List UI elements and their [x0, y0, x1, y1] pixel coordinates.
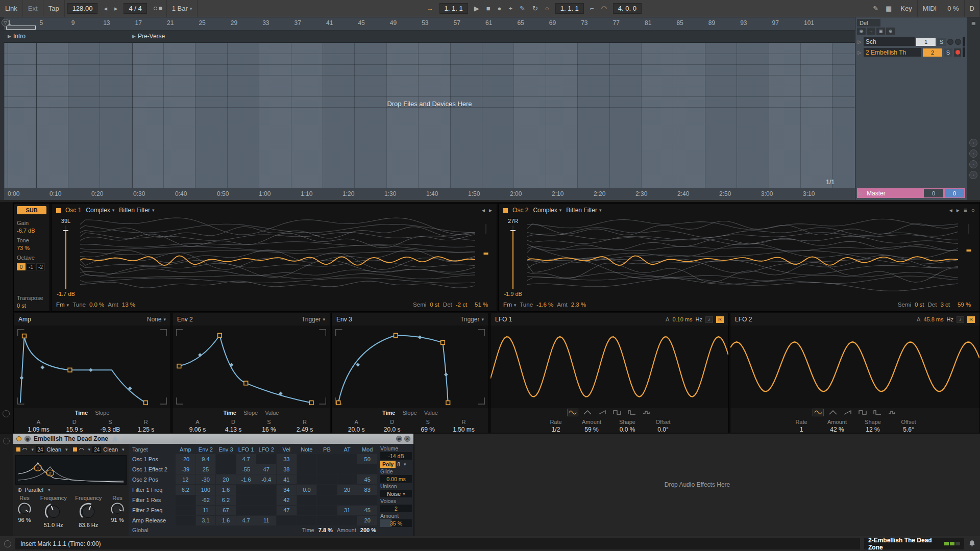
lfo1-display[interactable]: [491, 325, 728, 408]
matrix-cell[interactable]: [317, 495, 337, 505]
bar-ruler[interactable]: 1591317212529333741454953576165697377818…: [4, 17, 855, 31]
param[interactable]: R2.49 s: [294, 419, 315, 434]
bar-number[interactable]: 97: [772, 19, 779, 27]
random-shape-icon[interactable]: [887, 409, 897, 416]
matrix-cell[interactable]: [317, 516, 337, 525]
matrix-cell[interactable]: 4.7: [236, 454, 256, 464]
square-shape-icon[interactable]: [857, 409, 868, 416]
link-button[interactable]: Link: [0, 0, 23, 17]
param[interactable]: Rate1/2: [545, 419, 567, 434]
param[interactable]: Offset0.0°: [652, 419, 674, 434]
octave-0-button[interactable]: 0: [17, 263, 26, 270]
filter2-freq-knob[interactable]: [79, 502, 98, 521]
matrix-cell[interactable]: 1.6: [216, 516, 236, 525]
matrix-cell[interactable]: [236, 506, 256, 515]
matrix-cell[interactable]: 20: [216, 474, 236, 484]
env2-loop-mode-menu[interactable]: Trigger▾: [302, 316, 325, 323]
bar-number[interactable]: 73: [581, 19, 587, 27]
hotswap-icon[interactable]: ⇄: [396, 436, 402, 442]
sub-osc-button[interactable]: SUB: [17, 206, 46, 214]
osc-1-wavetable-menu[interactable]: Bitten Filter▾: [119, 207, 154, 214]
lfo2-display[interactable]: [730, 325, 979, 408]
bar-number[interactable]: 37: [295, 19, 301, 27]
matrix-cell[interactable]: [256, 454, 276, 464]
matrix-cell[interactable]: [256, 495, 276, 505]
square-shape-icon[interactable]: [612, 409, 622, 416]
det-value[interactable]: 3 ct: [940, 302, 950, 308]
lfo1-sync-icon[interactable]: ♪: [705, 316, 713, 323]
arr-grid[interactable]: Drop Files and Devices Here 1/1: [4, 43, 855, 188]
arm-button[interactable]: [954, 48, 961, 57]
bar-number[interactable]: 57: [454, 19, 460, 27]
param[interactable]: Shape12 %: [862, 419, 884, 434]
amp-env-display[interactable]: [14, 325, 170, 408]
matrix-cell[interactable]: -39: [176, 464, 195, 474]
bar-number[interactable]: 93: [740, 19, 747, 27]
midi-map-button[interactable]: MIDI: [918, 0, 942, 17]
tap-tempo-button[interactable]: Tap: [43, 0, 65, 17]
matrix-cell[interactable]: [317, 506, 337, 515]
prev-wavetable-icon[interactable]: ◂: [949, 207, 952, 214]
matrix-cell[interactable]: [317, 485, 337, 494]
bar-number[interactable]: 61: [485, 19, 492, 27]
panel-toggle-icon-1[interactable]: ◦: [969, 139, 977, 147]
amt-value[interactable]: 13 %: [122, 302, 135, 308]
arm-button[interactable]: [955, 39, 961, 45]
locator-marker[interactable]: ▶Intro: [8, 33, 26, 40]
tune-value[interactable]: 0.0 %: [89, 302, 104, 308]
saw-shape-icon[interactable]: [843, 409, 853, 416]
panel-toggle-icon-2[interactable]: ◦: [969, 149, 977, 158]
chain-scroll-icon[interactable]: [3, 438, 10, 444]
env2-display[interactable]: [173, 325, 330, 408]
matrix-cell[interactable]: [317, 464, 337, 474]
bar-number[interactable]: 89: [708, 19, 715, 27]
matrix-cell[interactable]: 1.6: [216, 485, 236, 494]
osc-1-mod-mode-menu[interactable]: Fm▾: [56, 302, 69, 308]
matrix-cell[interactable]: [297, 516, 317, 525]
osc-1-toggle[interactable]: [56, 208, 61, 213]
triangle-shape-icon[interactable]: [828, 409, 838, 416]
tab-value[interactable]: Value: [424, 410, 438, 416]
next-wavetable-icon[interactable]: ▸: [957, 207, 960, 214]
matrix-cell[interactable]: 33: [277, 454, 297, 464]
bar-number[interactable]: 77: [613, 19, 620, 27]
filter2-res-knob[interactable]: [110, 502, 125, 516]
poly-voices-value[interactable]: 8: [397, 461, 400, 467]
bar-number[interactable]: 9: [71, 19, 75, 27]
device-scroll-icon[interactable]: [3, 410, 10, 417]
close-device-icon[interactable]: ✕: [404, 436, 410, 442]
param[interactable]: Amount59 %: [581, 419, 602, 434]
osc-1-pan-value[interactable]: 39L: [61, 218, 70, 224]
osc-2-pan-value[interactable]: 27R: [508, 218, 518, 224]
matrix-cell[interactable]: [317, 454, 337, 464]
matrix-target[interactable]: Osc 1 Pos: [130, 454, 175, 464]
session-record-button[interactable]: ○: [542, 0, 553, 17]
matrix-cell[interactable]: [337, 516, 357, 525]
computer-midi-keyboard-icon[interactable]: ▦: [882, 0, 895, 17]
back-to-arrangement-button[interactable]: ▽: [2, 19, 9, 27]
zoom-icon[interactable]: ▣: [876, 28, 885, 35]
track-name[interactable]: Sch: [864, 37, 915, 46]
global-view-icon[interactable]: ○: [971, 207, 975, 214]
transpose-value[interactable]: 0 st: [17, 303, 46, 309]
matrix-cell[interactable]: 12: [176, 474, 195, 484]
sine-shape-icon[interactable]: [568, 409, 578, 416]
matrix-cell[interactable]: 6.2: [216, 495, 236, 505]
param[interactable]: A9.06 s: [187, 419, 208, 434]
param[interactable]: A1.09 ms: [28, 419, 50, 434]
lfo1-retrigger-button[interactable]: R: [716, 316, 724, 323]
semi-value[interactable]: 0 st: [430, 302, 439, 308]
draw-automation-icon[interactable]: ✎: [516, 0, 529, 17]
bar-number[interactable]: 49: [390, 19, 397, 27]
bar-number[interactable]: 81: [645, 19, 651, 27]
env3-display[interactable]: [332, 325, 488, 408]
freq1-value[interactable]: 51.0 Hz: [44, 522, 63, 529]
matrix-cell[interactable]: [337, 464, 357, 474]
master-value-1[interactable]: 0: [924, 189, 943, 197]
next-wavetable-icon[interactable]: ▸: [489, 207, 492, 214]
matrix-cell[interactable]: [297, 474, 317, 484]
device-activator-button[interactable]: [16, 436, 21, 441]
tab-time[interactable]: Time: [75, 410, 88, 416]
matrix-cell[interactable]: 4.7: [236, 516, 256, 525]
punch-in-icon[interactable]: ⌐: [586, 0, 598, 17]
